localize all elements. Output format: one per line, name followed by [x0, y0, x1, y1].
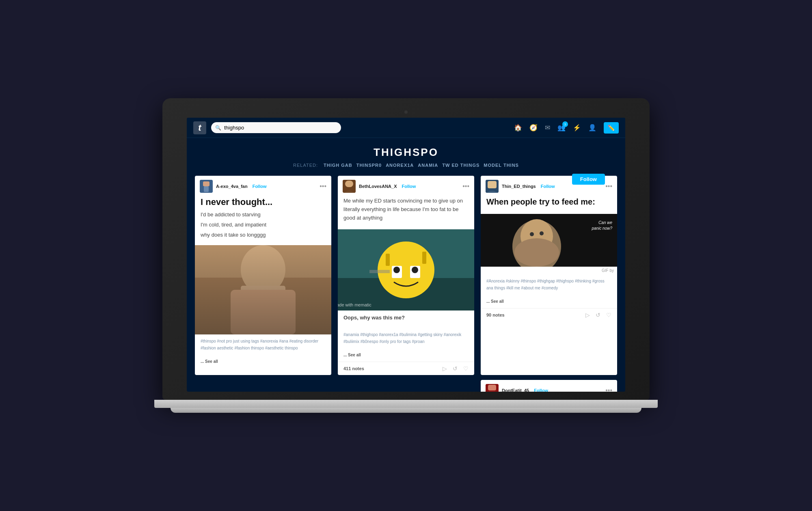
post-footer-2: 411 notes ▷ ↺ ♡ — [338, 362, 474, 375]
related-tag-4[interactable]: ANAMIA — [418, 163, 438, 168]
post-header-1: A-exo_4va_fan Follow ••• — [195, 176, 331, 197]
empty-col-2 — [338, 380, 474, 392]
post-dots-4[interactable]: ••• — [605, 387, 612, 392]
laptop-container: t 🔍 🏠 🧭 ✉ 👥 3 ⚡ 👤 — [162, 98, 650, 413]
post-subtitle-2: Me while my ED starts convincing me to g… — [343, 197, 469, 222]
panic-image: Can we panic now? — [481, 214, 617, 267]
search-input[interactable] — [211, 122, 341, 133]
home-icon[interactable]: 🏠 — [514, 124, 522, 132]
post-body-2: Me while my ED starts convincing me to g… — [338, 197, 474, 229]
post-body-1: I never thought... I'd be addicted to st… — [195, 197, 331, 245]
post-line-1-2: I'm cold, tired, and impatient — [201, 221, 326, 229]
like-icon-2[interactable]: ♡ — [463, 365, 469, 372]
nav-search[interactable]: 🔍 — [211, 122, 341, 133]
svg-rect-20 — [369, 270, 390, 273]
see-all-1[interactable]: ... See all — [201, 359, 218, 364]
post-username-3: Thin_ED_things — [502, 184, 536, 189]
nav-icons: 🏠 🧭 ✉ 👥 3 ⚡ 👤 ✏️ — [514, 122, 619, 134]
laptop-base — [154, 400, 658, 408]
post-header-2: BethLovesANA_X Follow ••• — [338, 176, 474, 197]
avatar-2 — [343, 180, 356, 193]
post-follow-2[interactable]: Follow — [402, 184, 416, 189]
avatar-1 — [200, 180, 213, 193]
svg-point-27 — [530, 232, 534, 236]
avatar-4 — [486, 384, 499, 392]
svg-point-17 — [412, 267, 418, 273]
related-tag-2[interactable]: THINSPR0 — [356, 163, 382, 168]
nav-logo[interactable]: t — [193, 121, 206, 134]
laptop-bottom — [171, 408, 641, 413]
post-see-all-3[interactable]: ... See all — [481, 295, 617, 308]
svg-rect-3 — [195, 245, 331, 334]
svg-point-28 — [540, 231, 544, 235]
post-card-3: Thin_ED_things Follow ••• When people tr… — [481, 176, 617, 375]
screen-bezel: t 🔍 🏠 🧭 ✉ 👥 3 ⚡ 👤 — [162, 98, 650, 400]
follow-button-header[interactable]: Follow — [572, 174, 605, 185]
post-body-3: When people try to feed me: — [481, 197, 617, 214]
post-tags-2: #anamia #thighspo #anorex1a #bulimina #g… — [338, 328, 474, 348]
nav-bar: t 🔍 🏠 🧭 ✉ 👥 3 ⚡ 👤 — [187, 118, 625, 138]
user-icon[interactable]: 👤 — [588, 124, 596, 132]
see-all-2[interactable]: ... See all — [343, 353, 361, 357]
camera — [404, 110, 408, 114]
post-card-2: BethLovesANA_X Follow ••• Me while my ED… — [338, 176, 474, 375]
related-tag-1[interactable]: THIGH GAB — [324, 163, 352, 168]
svg-rect-19 — [422, 252, 426, 264]
posts-grid-row2: DontEatit_45 Follow ••• — [195, 380, 617, 392]
screen: t 🔍 🏠 🧭 ✉ 👥 3 ⚡ 👤 — [187, 118, 625, 392]
post-title-3: When people try to feed me: — [486, 197, 611, 207]
post-username-2: BethLovesANA_X — [359, 184, 397, 189]
share-icon-2[interactable]: ▷ — [443, 365, 447, 372]
empty-col-1 — [195, 380, 331, 392]
notification-badge: 3 — [562, 121, 568, 127]
post-username-4: DontEatit_45 — [502, 388, 529, 392]
post-dots-2[interactable]: ••• — [462, 183, 469, 190]
related-tag-3[interactable]: ANOREX1A — [386, 163, 414, 168]
girl-image — [195, 245, 331, 334]
related-tag-6[interactable]: MODEL THINS — [484, 163, 519, 168]
related-label: RELATED: — [293, 163, 318, 168]
post-image-2: made with mematic — [338, 229, 474, 310]
share-icon-3[interactable]: ▷ — [585, 312, 590, 318]
edit-button[interactable]: ✏️ — [604, 122, 619, 134]
svg-rect-10 — [345, 181, 353, 187]
post-dots-3[interactable]: ••• — [605, 183, 612, 190]
post-dots-1[interactable]: ••• — [320, 183, 326, 190]
post-line-1-3: why does it take so longggg — [201, 231, 326, 239]
panic-text: Can we panic now? — [592, 220, 612, 231]
related-tags: RELATED: THIGH GAB THINSPR0 ANOREX1A ANA… — [195, 163, 617, 168]
svg-rect-23 — [488, 181, 497, 188]
svg-rect-4 — [195, 278, 331, 334]
post-follow-1[interactable]: Follow — [253, 184, 267, 189]
mail-icon[interactable]: ✉ — [545, 124, 550, 132]
reblog-icon-2[interactable]: ↺ — [453, 365, 458, 372]
lightning-icon[interactable]: ⚡ — [573, 124, 581, 132]
post-line-1-1: I'd be addicted to starving — [201, 211, 326, 219]
post-see-all-1[interactable]: ... See all — [195, 355, 331, 368]
like-icon-3[interactable]: ♡ — [606, 312, 611, 318]
svg-rect-2 — [204, 186, 209, 192]
reblog-icon-3[interactable]: ↺ — [596, 312, 600, 318]
post-follow-4[interactable]: Follow — [534, 388, 548, 392]
explore-icon[interactable]: 🧭 — [529, 124, 538, 132]
post-caption-2: Oops, why was this me? — [338, 314, 474, 328]
see-all-3[interactable]: ... See all — [486, 299, 504, 304]
post-header-4: DontEatit_45 Follow ••• — [481, 380, 617, 392]
post-follow-3[interactable]: Follow — [541, 184, 555, 189]
sponge-image: made with mematic — [338, 229, 474, 310]
post-card-4: DontEatit_45 Follow ••• — [481, 380, 617, 392]
search-icon: 🔍 — [215, 125, 221, 131]
gif-label: GIF by — [481, 267, 617, 274]
post-actions-3: ▷ ↺ ♡ — [585, 312, 611, 318]
post-tags-3: #Anorexia #skinny #thinspo #thighgap #th… — [481, 274, 617, 295]
main-content: THIGHSPO RELATED: THIGH GAB THINSPR0 ANO… — [187, 138, 625, 392]
post-footer-3: 90 notes ▷ ↺ ♡ — [481, 308, 617, 321]
post-actions-2: ▷ ↺ ♡ — [443, 365, 469, 372]
people-icon[interactable]: 👥 3 — [557, 124, 566, 132]
post-title-1: I never thought... — [201, 197, 326, 207]
svg-rect-31 — [488, 385, 496, 390]
svg-rect-18 — [386, 254, 390, 266]
post-see-all-2[interactable]: ... See all — [338, 348, 474, 362]
related-tag-5[interactable]: TW ED THINGS — [442, 163, 479, 168]
svg-point-7 — [231, 294, 296, 334]
